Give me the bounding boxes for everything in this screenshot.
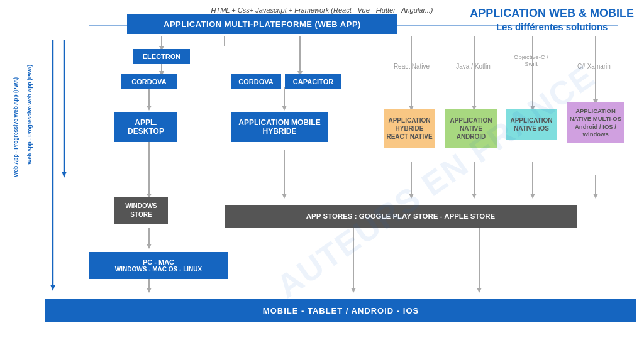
svg-marker-21 <box>147 288 152 293</box>
cordova2-box: CORDOVA <box>231 74 281 89</box>
app-ios-box: APPLICATION NATIVE iOS <box>506 109 557 140</box>
app-mobile-hybride-box: APPLICATION MOBILE HYBRIDE <box>231 112 328 142</box>
pc-mac-line1: PC - MAC <box>89 258 228 266</box>
svg-marker-33 <box>530 194 535 199</box>
app-android-box: APPLICATION NATIVE ANDROID <box>445 109 497 148</box>
app-stores-bar: APP STORES : GOOGLE PLAY STORE - APPLE S… <box>225 205 577 228</box>
app-react-native-box: APPLICATION HYBRIDE REACT NATIVE <box>384 109 435 148</box>
svg-marker-29 <box>472 194 477 199</box>
svg-marker-39 <box>477 288 482 293</box>
main-container: HTML + Css+ Javascript + Framework (Reac… <box>0 0 644 362</box>
cordova1-box: CORDOVA <box>121 74 177 89</box>
top-bar: APPLICATION MULTI-PLATEFORME (WEB APP) <box>127 14 397 34</box>
capacitor-box: CAPACITOR <box>285 74 341 89</box>
webapp-label: Web App - Progressive Web App (PWA) <box>13 77 19 177</box>
svg-marker-19 <box>351 288 356 293</box>
xamarin-label: C# Xamarin <box>567 57 621 76</box>
cordova-capacitor-row: CORDOVA CAPACITOR <box>231 74 341 89</box>
app-multiplatform-box: APPLICATION NATIVE MULTI-OS Android / IO… <box>567 102 624 143</box>
svg-marker-7 <box>147 106 152 111</box>
bottom-bar: MOBILE - TABLET / ANDROID - IOS <box>45 299 636 322</box>
svg-marker-41 <box>50 285 55 291</box>
svg-marker-25 <box>409 194 414 199</box>
electron-box: ELECTRON <box>133 49 190 64</box>
java-label: Java / Kotlin <box>447 57 500 76</box>
swift-label: Objective-C / Swift <box>508 51 555 70</box>
appl-desktop-box: APPL. DESKTOP <box>114 112 177 142</box>
svg-marker-37 <box>593 194 598 199</box>
svg-marker-15 <box>282 194 287 199</box>
pc-mac-line2: WINDOWS - MAC OS - LINUX <box>89 266 228 273</box>
svg-marker-17 <box>147 244 152 249</box>
pc-mac-bar: PC - MAC WINDOWS - MAC OS - LINUX <box>89 252 228 279</box>
svg-marker-43 <box>62 172 67 178</box>
diagram-wrapper: Web App - Progressive Web App (PWA) Web … <box>39 14 643 322</box>
svg-marker-11 <box>282 106 287 111</box>
react-native-label: React Native <box>385 57 438 76</box>
windows-store-box: WINDOWS STORE <box>114 197 168 224</box>
pwa-label: Web App - Progressive Web App (PWA) <box>26 65 33 165</box>
